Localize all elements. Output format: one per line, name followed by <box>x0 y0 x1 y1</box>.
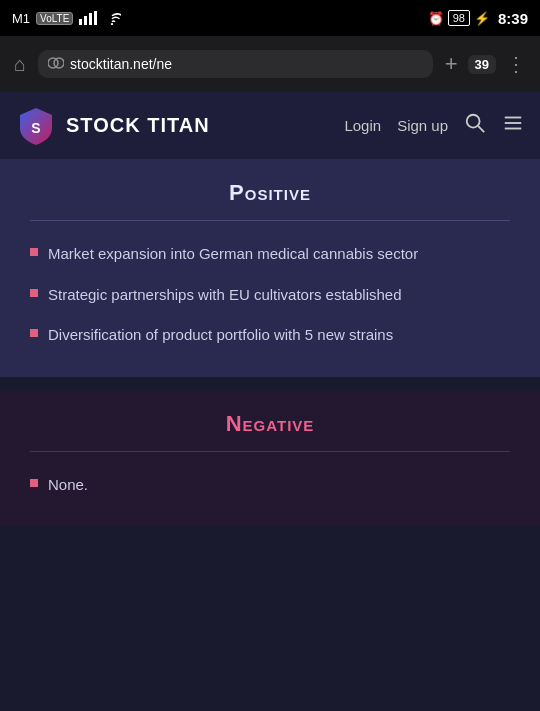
status-right: ⏰ 98 ⚡ 8:39 <box>428 10 528 27</box>
logo-area: S STOCK TITAN <box>16 106 344 146</box>
bullet-text: Diversification of product portfolio wit… <box>48 324 393 347</box>
search-icon[interactable] <box>464 112 486 139</box>
site-header: S STOCK TITAN Login Sign up <box>0 92 540 160</box>
svg-point-4 <box>111 23 113 25</box>
status-left: M1 VoLTE <box>12 11 121 26</box>
bullet-text: None. <box>48 474 88 497</box>
volte-badge: VoLTE <box>36 12 73 25</box>
status-bar: M1 VoLTE ⏰ 98 ⚡ 8:39 <box>0 0 540 36</box>
bullet-icon <box>30 289 38 297</box>
battery-icon: 98 <box>448 10 470 26</box>
svg-rect-1 <box>84 16 87 25</box>
negative-title: Negative <box>30 411 510 437</box>
nav-login[interactable]: Login <box>344 117 381 134</box>
positive-section: Positive Market expansion into German me… <box>0 160 540 377</box>
url-text: stocktitan.net/ne <box>70 56 423 72</box>
browser-menu-button[interactable]: ⋮ <box>502 48 530 80</box>
carrier-label: M1 <box>12 11 30 26</box>
hamburger-menu-icon[interactable] <box>502 112 524 139</box>
nav-items: Login Sign up <box>344 112 524 139</box>
positive-divider <box>30 220 510 221</box>
list-item: Strategic partnerships with EU cultivato… <box>30 284 510 307</box>
charging-icon: ⚡ <box>474 11 490 26</box>
svg-rect-3 <box>94 11 97 25</box>
bullet-icon <box>30 479 38 487</box>
svg-rect-2 <box>89 13 92 25</box>
list-item: Diversification of product portfolio wit… <box>30 324 510 347</box>
site-logo-text: STOCK TITAN <box>66 114 210 137</box>
negative-bullet-list: None. <box>30 474 510 497</box>
main-content: Positive Market expansion into German me… <box>0 160 540 526</box>
bullet-text: Market expansion into German medical can… <box>48 243 418 266</box>
bullet-icon <box>30 329 38 337</box>
url-security-icon <box>48 57 64 72</box>
positive-bullet-list: Market expansion into German medical can… <box>30 243 510 347</box>
list-item: Market expansion into German medical can… <box>30 243 510 266</box>
nav-signup[interactable]: Sign up <box>397 117 448 134</box>
browser-actions: + 39 ⋮ <box>441 47 530 81</box>
bullet-icon <box>30 248 38 256</box>
svg-point-6 <box>54 58 64 68</box>
svg-point-8 <box>467 115 480 128</box>
svg-rect-0 <box>79 19 82 25</box>
svg-line-9 <box>478 126 484 132</box>
negative-section: Negative None. <box>0 391 540 527</box>
negative-divider <box>30 451 510 452</box>
new-tab-button[interactable]: + <box>441 47 462 81</box>
browser-bar: ⌂ stocktitan.net/ne + 39 ⋮ <box>0 36 540 92</box>
logo-icon: S <box>16 106 56 146</box>
url-bar[interactable]: stocktitan.net/ne <box>38 50 433 78</box>
home-button[interactable]: ⌂ <box>10 49 30 80</box>
wifi-icon <box>103 11 121 25</box>
positive-title: Positive <box>30 180 510 206</box>
signal-icon <box>79 11 97 25</box>
list-item: None. <box>30 474 510 497</box>
clock: 8:39 <box>498 10 528 27</box>
svg-text:S: S <box>31 120 40 136</box>
alarm-icon: ⏰ <box>428 11 444 26</box>
bullet-text: Strategic partnerships with EU cultivato… <box>48 284 402 307</box>
tabs-count-button[interactable]: 39 <box>468 55 496 74</box>
